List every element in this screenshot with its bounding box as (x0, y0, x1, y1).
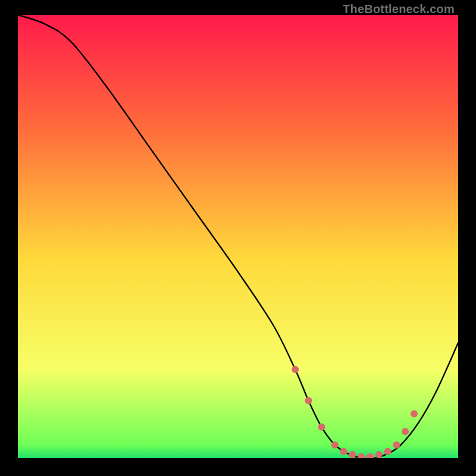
bottleneck-chart (18, 15, 458, 458)
optimal-marker-dot (331, 441, 339, 449)
optimal-marker-dot (292, 366, 299, 373)
optimal-marker-dot (384, 448, 392, 455)
watermark-text: TheBottleneck.com (343, 2, 455, 16)
optimal-marker-dot (340, 448, 347, 455)
optimal-marker-dot (349, 451, 356, 458)
gradient-background (18, 15, 458, 458)
optimal-marker-dot (411, 411, 418, 418)
optimal-marker-dot (318, 424, 325, 431)
optimal-marker-dot (375, 451, 383, 458)
chart-frame (18, 15, 458, 458)
optimal-marker-dot (305, 397, 312, 404)
optimal-marker-dot (393, 441, 400, 449)
optimal-marker-dot (402, 428, 409, 435)
